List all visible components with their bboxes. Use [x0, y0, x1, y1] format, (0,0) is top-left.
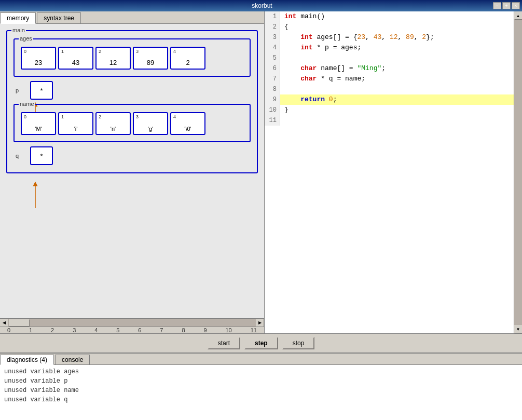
name-cell: 2'n' [95, 112, 131, 135]
diagnostic-message: unused variable ages [4, 367, 518, 376]
tab-console[interactable]: console [55, 355, 90, 364]
tab-syntax-tree[interactable]: syntax tree [37, 12, 81, 23]
scale-number: 10 [225, 327, 231, 333]
line-content: return 0; [280, 94, 337, 105]
controls-bar: start step stop [0, 333, 522, 353]
window-title: skorbut [31, 2, 493, 9]
diagnostic-message: unused variable p [4, 376, 518, 386]
scale-number: 8 [182, 327, 185, 333]
main-frame: main ages 02314321238942 p * [6, 30, 258, 173]
line-number: 6 [265, 63, 280, 74]
memory-view: main ages 02314321238942 p * [0, 24, 264, 318]
cell-value: 89 [147, 59, 154, 66]
code-line: 11 [265, 115, 514, 126]
titlebar: skorbut − + × [0, 0, 522, 11]
cell-index: 2 [99, 49, 101, 54]
scale-number: 2 [51, 327, 54, 333]
cell-index: 0 [24, 49, 26, 54]
q-row: q * [16, 146, 253, 165]
line-number: 7 [265, 74, 280, 84]
bottom-section: diagnostics (4) console unused variable … [0, 353, 522, 420]
cell-value: 'M' [35, 126, 42, 132]
name-cell: 3'g' [133, 112, 168, 135]
scroll-track[interactable] [514, 20, 523, 325]
ages-frame: ages 02314321238942 [13, 38, 251, 77]
line-number: 11 [265, 115, 280, 126]
line-content: { [280, 22, 289, 32]
code-line: 10} [265, 105, 514, 115]
ages-array: 02314321238942 [19, 45, 245, 72]
cell-value: 12 [109, 59, 117, 66]
h-scroll-left-arrow[interactable]: ◀ [0, 319, 8, 327]
right-panel: 1int main()2{3 int ages[] = {23, 43, 12,… [265, 11, 522, 333]
line-number: 10 [265, 105, 280, 115]
diagnostic-message: unused variable q [4, 395, 518, 404]
cell-index: 3 [136, 114, 139, 119]
tab-diagnostics[interactable]: diagnostics (4) [0, 355, 54, 365]
line-content: int ages[] = {23, 43, 12, 89, 2}; [280, 32, 434, 43]
start-button[interactable]: start [208, 337, 240, 349]
step-button[interactable]: step [244, 337, 278, 349]
name-cell: 0'M' [21, 112, 56, 135]
line-content: char name[] = "Ming"; [280, 63, 386, 74]
scale-number: 11 [251, 327, 257, 333]
line-number: 1 [265, 11, 280, 22]
line-content [280, 53, 284, 63]
code-line: 2{ [265, 22, 514, 32]
scale-number: 7 [160, 327, 163, 333]
scroll-up-arrow[interactable]: ▲ [514, 11, 523, 20]
name-cell: 1'i' [58, 112, 93, 135]
name-frame-label: name [19, 101, 35, 107]
main-container: memory syntax tree [0, 11, 522, 420]
q-cell: * [30, 146, 53, 165]
diagnostic-message: unused variable name [4, 386, 518, 395]
stop-button[interactable]: stop [282, 337, 315, 349]
p-label: p [16, 87, 26, 93]
cell-index: 3 [136, 49, 139, 54]
cell-value: 43 [72, 59, 79, 66]
line-content [280, 115, 284, 126]
diagnostics-content: unused variable agesunused variable punu… [0, 365, 522, 420]
code-editor[interactable]: 1int main()2{3 int ages[] = {23, 43, 12,… [265, 11, 514, 333]
cell-index: 2 [99, 114, 101, 119]
line-number: 4 [265, 43, 280, 53]
code-line: 4 int * p = ages; [265, 43, 514, 53]
v-scrollbar[interactable]: ▲ ▼ [514, 11, 522, 333]
p-row: p * [16, 81, 253, 100]
p-cell: * [30, 81, 53, 100]
scale-number: 6 [138, 327, 141, 333]
p-value: * [40, 87, 43, 94]
minimize-button[interactable]: − [493, 2, 501, 9]
cell-index: 4 [173, 114, 176, 119]
code-line: 8 [265, 84, 514, 94]
code-line: 5 [265, 53, 514, 63]
ages-cell: 389 [133, 47, 168, 70]
line-number: 2 [265, 22, 280, 32]
h-scroll-track[interactable] [8, 319, 256, 327]
cell-value: 'g' [148, 126, 153, 132]
scale-row: 01234567891011 [0, 327, 264, 333]
tab-memory[interactable]: memory [0, 12, 36, 24]
line-number: 8 [265, 84, 280, 94]
cell-value: '\0' [184, 126, 191, 132]
h-scrollbar[interactable]: ◀ ▶ [0, 318, 264, 327]
ages-cell: 42 [170, 47, 205, 70]
h-scroll-right-arrow[interactable]: ▶ [256, 319, 264, 327]
line-content: int * p = ages; [280, 43, 361, 53]
tab-bar: memory syntax tree [0, 11, 264, 24]
scroll-down-arrow[interactable]: ▼ [514, 325, 523, 333]
q-label: q [16, 153, 26, 159]
h-scroll-thumb[interactable] [9, 319, 30, 327]
cell-index: 0 [24, 114, 26, 119]
cell-value: 2 [186, 59, 189, 66]
ages-cell: 023 [21, 47, 56, 70]
line-content: } [280, 105, 289, 115]
maximize-button[interactable]: + [502, 2, 511, 9]
scale-number: 0 [7, 327, 10, 333]
q-value: * [40, 152, 43, 160]
cell-index: 4 [173, 49, 176, 54]
window-controls: − + × [493, 2, 522, 9]
scale-number: 9 [203, 327, 207, 333]
close-button[interactable]: × [512, 2, 520, 9]
name-array: 0'M'1'i'2'n'3'g'4'\0' [19, 110, 245, 137]
